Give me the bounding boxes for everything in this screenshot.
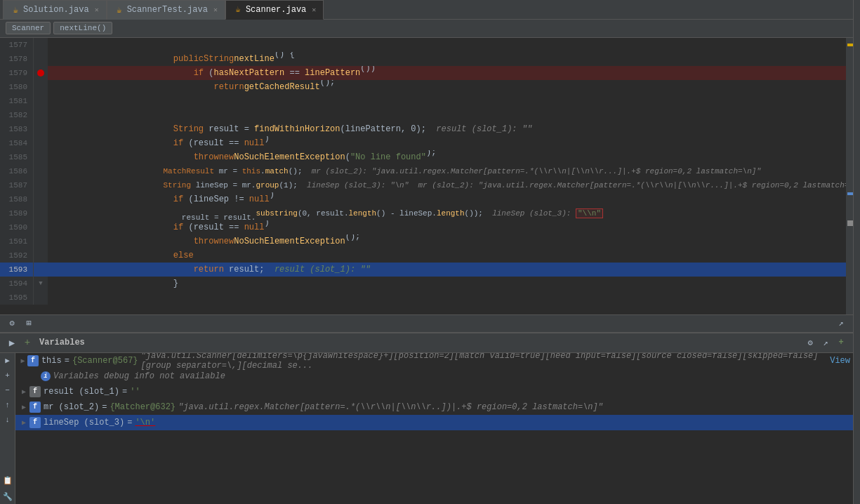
var-value-mr: {Matcher@632}	[110, 402, 176, 412]
var-expand-linesep[interactable]: ▶	[18, 418, 29, 427]
table-row: 1595	[0, 291, 853, 305]
line-content: else	[48, 248, 853, 263]
line-number: 1582	[0, 108, 34, 122]
editor-bottom-toolbar: ⚙ ⊞ ↗	[0, 314, 853, 333]
tab-bar: ☕ Solution.java ✕ ☕ ScannerTest.java ✕ ☕…	[0, 0, 853, 20]
line-number: 1580	[0, 80, 34, 94]
breadcrumb-nextline[interactable]: nextLine()	[53, 22, 112, 34]
line-gutter	[34, 38, 48, 52]
line-content: String lineSep = mr.group(1); lineSep (s…	[48, 178, 853, 192]
var-value-result: ''	[130, 387, 140, 397]
debug-info-text: Variables debug info not available	[53, 371, 225, 381]
scroll-marker-yellow	[847, 44, 853, 46]
tab-solution-label: Solution.java	[23, 5, 89, 15]
line-content: if (result == null)	[48, 220, 853, 234]
debug-sidebar-btn-6[interactable]: 📋	[1, 474, 14, 486]
line-content: return result; result (slot_1): ""	[48, 263, 853, 277]
line-number: 1584	[0, 136, 34, 150]
line-gutter	[34, 178, 48, 192]
debug-restore-icon[interactable]: ↗	[819, 336, 832, 349]
debug-info-row: i Variables debug info not available	[15, 369, 853, 384]
breadcrumb-scanner[interactable]: Scanner	[6, 22, 51, 34]
main-wrapper: ☕ Solution.java ✕ ☕ ScannerTest.java ✕ ☕…	[0, 0, 860, 504]
var-expand-this[interactable]: ▶	[18, 357, 27, 365]
line-gutter	[34, 192, 48, 206]
debug-expand-all-icon[interactable]: ▶	[6, 336, 18, 349]
line-content: return getCachedResult();	[48, 80, 853, 94]
fold-arrow[interactable]: ▼	[39, 280, 42, 287]
line-gutter	[34, 291, 48, 305]
line-gutter	[34, 220, 48, 234]
list-item[interactable]: ▶ f lineSep (slot_3) = '\n'	[15, 415, 853, 430]
java-icon-solution: ☕	[11, 5, 20, 15]
info-icon: i	[41, 371, 51, 381]
var-eq-this: =	[65, 356, 70, 366]
scroll-marker-blue	[847, 192, 853, 195]
var-eq-linesep: =	[127, 418, 132, 427]
tab-scanner-close[interactable]: ✕	[312, 6, 316, 14]
list-item[interactable]: ▶ f mr (slot_2) = {Matcher@632} "java.ut…	[15, 399, 853, 415]
line-content: MatchResult mr = this.match(); mr (slot_…	[48, 164, 853, 178]
debug-plus-icon[interactable]: +	[835, 336, 847, 349]
debug-content: ▶ + − ↑ ↓ 📋 🔧 ▶ f thi	[0, 353, 853, 504]
line-number: 1594	[0, 277, 34, 291]
line-number: 1587	[0, 178, 34, 192]
table-row: 1588 if (lineSep != null)	[0, 192, 853, 206]
tab-scanner-test-close[interactable]: ✕	[213, 6, 218, 14]
debug-add-icon[interactable]: +	[21, 336, 34, 349]
editor-area: 1577 1578 public String nextLine() { 157…	[0, 38, 853, 314]
line-content: if (hasNextPattern == linePattern())	[48, 66, 853, 80]
debug-sidebar-btn-1[interactable]: ▶	[1, 354, 14, 367]
line-gutter	[34, 206, 48, 220]
list-item[interactable]: ▶ f result (slot_1) = ''	[15, 384, 853, 399]
debug-sidebar-btn-4[interactable]: ↑	[1, 399, 14, 411]
settings-icon[interactable]: ⚙	[6, 317, 18, 330]
line-number: 1592	[0, 248, 34, 263]
content-area: ☕ Solution.java ✕ ☕ ScannerTest.java ✕ ☕…	[0, 0, 853, 504]
line-number: 1590	[0, 220, 34, 234]
line-number: 1583	[0, 122, 34, 136]
table-row: 1581	[0, 94, 853, 108]
var-expand-mr[interactable]: ▶	[18, 403, 29, 411]
restore-icon[interactable]: ↗	[835, 317, 847, 330]
debug-settings-icon[interactable]: ⚙	[804, 336, 816, 349]
tab-scanner[interactable]: ☕ Scanner.java ✕	[225, 0, 324, 20]
java-icon-scanner-test: ☕	[114, 5, 124, 15]
tab-solution[interactable]: ☕ Solution.java ✕	[3, 0, 107, 20]
tab-solution-close[interactable]: ✕	[95, 6, 99, 14]
tab-scanner-test[interactable]: ☕ ScannerTest.java ✕	[107, 0, 225, 20]
line-number: 1589	[0, 206, 34, 220]
debug-left-sidebar: ▶ + − ↑ ↓ 📋 🔧	[0, 353, 15, 504]
scroll-thumb[interactable]	[847, 220, 853, 226]
table-row: 1583 String result = findWithinHorizon(l…	[0, 122, 853, 136]
table-row: 1577	[0, 38, 853, 52]
editor-scrollbar[interactable]	[846, 38, 853, 314]
debug-sidebar-btn-5[interactable]: ↓	[1, 413, 14, 426]
debug-sidebar-btn-3[interactable]: −	[1, 384, 14, 397]
line-number: 1591	[0, 234, 34, 248]
var-link-this[interactable]: View	[830, 356, 850, 366]
var-icon-result: f	[29, 386, 41, 397]
list-item[interactable]: ▶ f this = {Scanner@567} "java.util.Scan…	[15, 353, 853, 369]
table-row: 1584 if (result == null)	[0, 136, 853, 150]
var-info-mr: "java.util.regex.Matcher[pattern=.*(\\r\…	[178, 402, 603, 412]
line-gutter	[34, 66, 48, 80]
table-row: 1585 throw new NoSuchElementException("N…	[0, 150, 853, 164]
line-number: 1593	[0, 263, 34, 277]
debug-panel-title: Variables	[39, 338, 85, 347]
table-row: 1586 MatchResult mr = this.match(); mr (…	[0, 164, 853, 178]
tab-scanner-test-label: ScannerTest.java	[127, 5, 208, 15]
debug-sidebar-btn-2[interactable]: +	[1, 369, 14, 382]
variables-list: ▶ f this = {Scanner@567} "java.util.Scan…	[15, 353, 853, 504]
var-expand-result[interactable]: ▶	[18, 387, 29, 396]
toolbar-icons-left: ⚙ ⊞	[6, 317, 35, 330]
debug-sidebar-btn-7[interactable]: 🔧	[1, 490, 14, 503]
table-row: 1594 ▼ }	[0, 277, 853, 291]
var-name-result: result (slot_1)	[44, 387, 119, 397]
main-scrollbar[interactable]	[853, 0, 860, 504]
table-row: 1578 public String nextLine() {	[0, 52, 853, 66]
layout-icon[interactable]: ⊞	[22, 317, 35, 330]
var-name-mr: mr (slot_2)	[44, 402, 99, 412]
table-row: 1579 if (hasNextPattern == linePattern()…	[0, 66, 853, 80]
tab-scanner-label: Scanner.java	[246, 5, 306, 15]
